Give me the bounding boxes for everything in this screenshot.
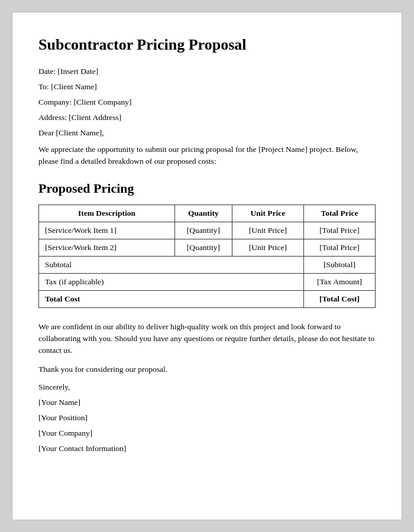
item-1-quantity: [Quantity]	[175, 222, 232, 239]
item-2-unit-price: [Unit Price]	[232, 239, 303, 256]
document-title: Subcontractor Pricing Proposal	[38, 36, 376, 54]
closing-paragraph: We are confident in our ability to deliv…	[38, 321, 376, 357]
tax-row: Tax (if applicable) [Tax Amount]	[39, 273, 376, 290]
date-line: Date: [Insert Date]	[38, 67, 376, 76]
tax-label: Tax (if applicable)	[39, 273, 304, 290]
item-1-total-price: [Total Price]	[303, 222, 375, 239]
thank-you-line: Thank you for considering our proposal.	[38, 365, 376, 374]
item-2-total-price: [Total Price]	[303, 239, 375, 256]
item-2-quantity: [Quantity]	[175, 239, 232, 256]
subtotal-label: Subtotal	[39, 256, 304, 273]
item-1-unit-price: [Unit Price]	[232, 222, 303, 239]
pricing-table: Item Description Quantity Unit Price Tot…	[38, 205, 376, 308]
document-page: Subcontractor Pricing Proposal Date: [In…	[12, 12, 402, 520]
total-value: [Total Cost]	[303, 290, 375, 307]
item-2-description: [Service/Work Item 2]	[39, 239, 175, 256]
table-row: [Service/Work Item 1] [Quantity] [Unit P…	[39, 222, 376, 239]
header-quantity: Quantity	[175, 205, 232, 222]
total-row: Total Cost [Total Cost]	[39, 290, 376, 307]
sincerely-line: Sincerely,	[38, 382, 376, 392]
greeting: Dear [Client Name],	[38, 128, 376, 138]
header-total-price: Total Price	[303, 205, 375, 222]
total-label: Total Cost	[39, 290, 304, 307]
signature-name: [Your Name]	[38, 398, 376, 407]
tax-value: [Tax Amount]	[303, 273, 375, 290]
to-line: To: [Client Name]	[38, 82, 376, 92]
signature-company: [Your Company]	[38, 429, 376, 438]
header-item-description: Item Description	[39, 205, 175, 222]
subtotal-value: [Subtotal]	[303, 256, 375, 273]
subtotal-row: Subtotal [Subtotal]	[39, 256, 376, 273]
address-line: Address: [Client Address]	[38, 113, 376, 122]
table-row: [Service/Work Item 2] [Quantity] [Unit P…	[39, 239, 376, 256]
proposed-pricing-heading: Proposed Pricing	[38, 181, 376, 196]
header-unit-price: Unit Price	[232, 205, 303, 222]
intro-paragraph: We appreciate the opportunity to submit …	[38, 144, 376, 168]
company-line: Company: [Client Company]	[38, 98, 376, 107]
item-1-description: [Service/Work Item 1]	[39, 222, 175, 239]
signature-contact: [Your Contact Information]	[38, 444, 376, 453]
signature-position: [Your Position]	[38, 413, 376, 423]
